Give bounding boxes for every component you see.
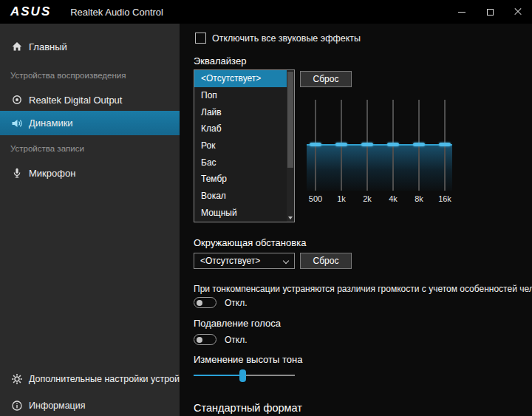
eq-band-label: 2k: [356, 194, 378, 203]
microphone-icon: [10, 167, 24, 179]
eq-band-500: 500: [304, 100, 327, 207]
sidebar-item-digital-output[interactable]: Realtek Digital Output: [0, 89, 180, 111]
sidebar-item-microphone[interactable]: Микрофон: [0, 162, 180, 184]
equalizer-fill-area: [307, 146, 452, 191]
window-controls: [448, 0, 532, 24]
loudness-description: При тонкомпенсации устраняются различия …: [194, 284, 532, 294]
dropdown-item-none[interactable]: <Отсутствует>: [194, 70, 287, 87]
dropdown-item-rock[interactable]: Рок: [194, 137, 287, 154]
eq-slider-handle[interactable]: [361, 143, 373, 146]
sidebar-item-home-label: Главный: [29, 41, 67, 52]
sidebar-item-speakers-label: Динамики: [29, 117, 73, 129]
eq-band-label: 4k: [382, 194, 404, 203]
eq-band-16k: 16k: [434, 100, 456, 207]
eq-band-label: 16k: [434, 194, 456, 203]
realtek-audio-control-window: ASUS Realtek Audio Control Главный Устро…: [0, 0, 532, 416]
toggle-knob: [197, 337, 202, 343]
equalizer-reset-button[interactable]: Сброс: [300, 71, 352, 87]
gear-icon: [10, 373, 24, 385]
equalizer-curve-line: [307, 144, 452, 146]
environment-select[interactable]: <Отсутствует>: [194, 253, 295, 269]
dropdown-item-vocal[interactable]: Вокал: [194, 188, 287, 205]
eq-slider-handle[interactable]: [387, 143, 399, 146]
eq-band-label: 500: [304, 194, 327, 203]
maximize-icon: [487, 9, 494, 16]
info-icon: [10, 400, 24, 412]
voice-suppression-toggle-state: Откл.: [225, 335, 248, 345]
eq-slider-handle[interactable]: [439, 143, 451, 146]
dropdown-item-powerful[interactable]: Мощный: [194, 205, 287, 222]
dropdown-scrollbar-thumb[interactable]: [287, 72, 293, 168]
loudness-toggle[interactable]: [194, 297, 216, 308]
eq-band-4k: 4k: [382, 100, 404, 207]
dropdown-scroll-down-icon[interactable]: [288, 216, 293, 219]
pitch-slider-handle[interactable]: [239, 369, 246, 382]
sidebar-item-speakers[interactable]: Динамики: [0, 111, 180, 135]
close-icon: [514, 7, 522, 16]
equalizer-chart: 500 1k 2k 4k 8k: [298, 68, 458, 216]
chevron-down-icon: [283, 258, 289, 264]
disable-effects-checkbox[interactable]: [195, 33, 206, 44]
dropdown-items: <Отсутствует> Поп Лайв Клаб Рок Бас Темб…: [194, 70, 287, 222]
home-icon: [10, 41, 24, 52]
equalizer-title: Эквалайзер: [194, 55, 246, 67]
pitch-title: Изменение высоты тона: [194, 354, 302, 365]
eq-band-8k: 8k: [408, 100, 430, 207]
eq-band-label: 1k: [330, 194, 352, 203]
minimize-icon: [458, 12, 466, 13]
asus-logo: ASUS: [10, 4, 51, 19]
sidebar-item-device-settings[interactable]: Дополнительные настройки устройства: [0, 368, 180, 390]
default-format-title: Стандартный формат: [194, 402, 302, 414]
dropdown-item-club[interactable]: Клаб: [194, 120, 287, 137]
equalizer-preset-dropdown: <Отсутствует> Поп Лайв Клаб Рок Бас Темб…: [194, 69, 295, 222]
loudness-toggle-state: Откл.: [225, 298, 248, 308]
environment-reset-button[interactable]: Сброс: [300, 253, 352, 269]
eq-band-2k: 2k: [356, 100, 378, 207]
disable-effects-row: Отключить все звуковые эффекты: [195, 33, 361, 44]
loudness-toggle-row: Откл.: [194, 297, 248, 308]
speaker-icon: [10, 117, 24, 129]
disable-effects-label: Отключить все звуковые эффекты: [212, 33, 361, 44]
voice-suppression-toggle[interactable]: [194, 334, 216, 345]
sidebar-item-home[interactable]: Главный: [0, 35, 180, 58]
maximize-button[interactable]: [476, 0, 504, 24]
minimize-button[interactable]: [448, 0, 476, 24]
sidebar-item-information[interactable]: Информация: [0, 395, 180, 416]
close-button[interactable]: [504, 0, 532, 24]
pitch-slider-filled: [194, 375, 242, 376]
main-content: Отключить все звуковые эффекты Эквалайзе…: [180, 24, 532, 416]
playback-devices-section-label: Устройства воспроизведения: [10, 71, 126, 80]
eq-band-label: 8k: [408, 194, 430, 203]
sidebar-item-digital-output-label: Realtek Digital Output: [29, 95, 122, 106]
eq-slider-handle[interactable]: [310, 143, 321, 146]
voice-suppression-toggle-row: Откл.: [194, 334, 248, 345]
recording-devices-section-label: Устройства записи: [10, 144, 84, 153]
voice-suppression-title: Подавление голоса: [194, 318, 281, 329]
dropdown-item-bass[interactable]: Бас: [194, 154, 287, 171]
dropdown-item-pop[interactable]: Поп: [194, 87, 287, 104]
sidebar-item-microphone-label: Микрофон: [29, 168, 75, 179]
sidebar-item-information-label: Информация: [29, 400, 86, 411]
digital-output-icon: [10, 94, 24, 106]
eq-slider-handle[interactable]: [413, 143, 425, 146]
sidebar-item-device-settings-label: Дополнительные настройки устройства: [29, 374, 198, 384]
dropdown-scrollbar[interactable]: [287, 70, 294, 222]
titlebar: ASUS Realtek Audio Control: [0, 0, 532, 24]
pitch-slider[interactable]: [194, 369, 295, 382]
sidebar: Главный Устройства воспроизведения Realt…: [0, 24, 180, 416]
dropdown-item-treble[interactable]: Тембр: [194, 171, 287, 188]
dropdown-item-live[interactable]: Лайв: [194, 103, 287, 120]
environment-selected-value: <Отсутствует>: [200, 256, 260, 266]
toggle-knob: [197, 300, 202, 306]
eq-slider-handle[interactable]: [335, 143, 347, 146]
window-title: Realtek Audio Control: [70, 7, 163, 18]
eq-band-1k: 1k: [330, 100, 352, 207]
environment-title: Окружающая обстановка: [194, 237, 306, 248]
